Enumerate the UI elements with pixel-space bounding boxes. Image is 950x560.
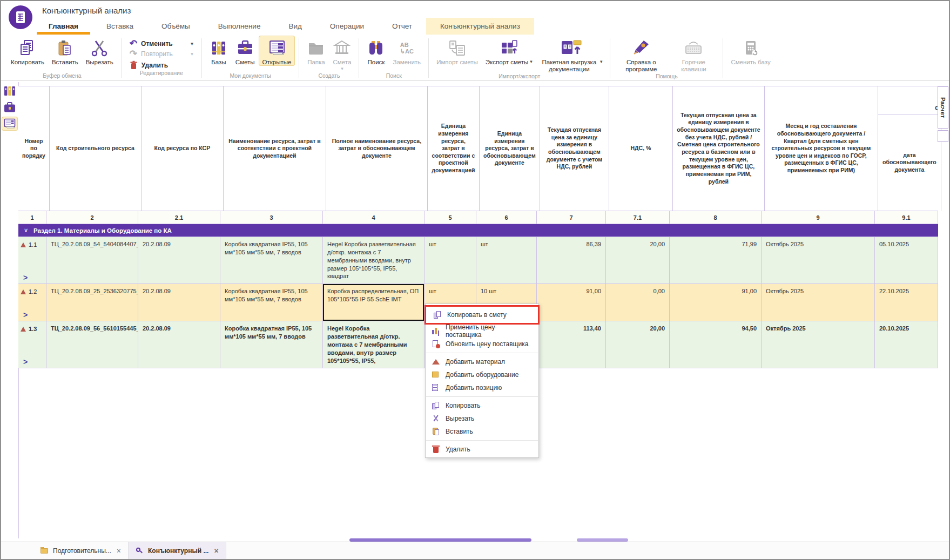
menu-item[interactable]: Добавить оборудование [426,368,538,381]
search-button[interactable]: Поиск [363,36,389,66]
row-number-cell[interactable]: 1.3> [18,321,46,368]
chevron-down-icon[interactable]: ▾ [600,59,603,64]
export-button[interactable]: Экспорт сметы ▾ [482,36,536,66]
document-tab[interactable]: Подготовительны...× [33,542,129,559]
delete-button[interactable]: Удалить [130,60,193,70]
cell[interactable]: Hegel Коробка разветвительная д/откр. мо… [323,237,425,284]
cell[interactable]: 20.2.08.09 [138,321,220,368]
cell[interactable]: 20.10.2025 [875,321,938,368]
menu-item[interactable]: Вырезать [426,412,538,425]
column-header[interactable]: Текущая отпускная цена за единицу измере… [540,86,609,211]
menu-item[interactable]: Копировать в смету [425,305,540,325]
cell[interactable]: ТЦ_20.2.08.09_25_2536320775_22.10.2025_0… [46,284,138,321]
opened-button[interactable]: Открытые [259,36,295,66]
menu-item[interactable]: Вставить [426,425,538,438]
column-header[interactable]: Полное наименование ресурса, затрат в об… [326,86,428,211]
column-header[interactable]: Одата обосновывающего документа [878,86,941,211]
close-icon[interactable]: × [117,546,121,555]
side-tab-stub[interactable] [938,130,948,142]
paste-button[interactable]: Вставить [48,36,82,66]
bases-button[interactable]: Базы [206,36,232,66]
ribbon-tab[interactable]: Отчет [378,18,426,35]
menu-item[interactable]: Добавить материал [426,355,538,368]
cell[interactable]: 86,39 [537,237,606,284]
ribbon-tab[interactable]: Объёмы [147,18,204,35]
expand-chevron-icon[interactable]: > [23,312,28,318]
cell[interactable]: 20.2.08.09 [138,284,220,321]
cell[interactable]: 22.10.2025 [875,284,938,321]
chevron-down-icon[interactable]: ▾ [191,41,193,46]
ribbon-tab[interactable]: Вид [274,18,315,35]
cell[interactable]: 71,99 [670,237,762,284]
about-button[interactable]: Справка о программе [614,36,668,73]
cell[interactable]: Коробка квадратная IP55, 105 мм*105 мм*5… [220,321,323,368]
cell[interactable]: 113,40 [537,321,606,368]
hotkeys-button[interactable]: Горячие клавиши [668,36,719,73]
batch-export-button[interactable]: Пакетная выгрузка документации ▾ [536,36,607,73]
cell[interactable]: ТЦ_20.2.08.09_56_5610155445_20.10.2025_0… [46,321,138,368]
section-row[interactable]: ∨ Раздел 1. Материалы и Оборудование по … [18,224,938,237]
expand-chevron-icon[interactable]: > [23,274,28,281]
collapse-chevron-icon[interactable]: ∨ [24,227,28,234]
column-header[interactable]: Код ресурса по КСР [142,86,224,211]
document-tab[interactable]: Конъюнктурный ...× [129,542,226,559]
cell[interactable]: Коробка квадратная IP55, 105 мм*105 мм*5… [220,237,323,284]
smeta-create-button[interactable]: Смета ▾ [329,36,355,71]
close-icon[interactable]: × [214,546,218,555]
undo-button[interactable]: ↶ Отменить ▾ [130,40,193,48]
change-base-button[interactable]: Сменить базу [727,36,774,66]
cell[interactable]: 91,00 [670,284,762,321]
menu-item[interactable]: Добавить позицию [426,381,538,394]
strip-opened-button[interactable] [2,117,17,130]
cell[interactable]: Коробка квадратная IP55, 105 мм*105 мм*5… [220,284,323,321]
cell[interactable]: ТЦ_20.2.08.09_54_5404084407_05.10.2025_0… [46,237,138,284]
column-header[interactable]: Текущая отпускная цена за единицу измере… [673,86,765,211]
ribbon-tab[interactable]: Вставка [92,18,147,35]
cell[interactable]: 20,00 [606,321,670,368]
copy-button[interactable]: Копировать [7,36,48,66]
menu-item[interactable]: Применить цену поставщика [426,325,538,338]
menu-item[interactable]: Обновить цену поставщика [426,338,538,350]
row-number-cell[interactable]: 1.1> [18,237,46,284]
cell[interactable]: 91,00 [537,284,606,321]
replace-button[interactable]: AB↳AC Заменить [389,36,425,66]
table-row[interactable]: 1.1>ТЦ_20.2.08.09_54_5404084407_05.10.20… [18,237,938,284]
column-header[interactable]: Наименование ресурса, затрат в соответст… [224,86,326,211]
cell[interactable]: 05.10.2025 [875,237,938,284]
cell[interactable]: 20.2.08.09 [138,237,220,284]
strip-smety-button[interactable] [2,101,17,114]
column-header[interactable]: Единица измерения ресурса, затрат в соот… [428,86,480,211]
row-number-cell[interactable]: 1.2> [18,284,46,321]
menu-item[interactable]: Копировать [426,399,538,412]
chevron-down-icon[interactable]: ▾ [341,66,343,71]
column-header[interactable]: Единица измерения ресурса, затрат в обос… [480,86,540,211]
cell[interactable]: 0,00 [606,284,670,321]
cell[interactable]: 94,50 [670,321,762,368]
cell[interactable]: Коробка распределительная, ОП 105*105*55… [323,284,425,321]
cell[interactable]: 20,00 [606,237,670,284]
chevron-down-icon[interactable]: ▾ [191,51,193,57]
column-header[interactable]: Код строительного ресурса [50,86,142,211]
expand-chevron-icon[interactable]: > [23,359,28,365]
chevron-down-icon[interactable]: ▾ [530,59,533,64]
cell[interactable]: шт [476,237,537,284]
cell[interactable]: Октябрь 2025 [762,321,875,368]
cell[interactable]: Октябрь 2025 [762,237,875,284]
redo-button[interactable]: ↷ Повторить ▾ [130,50,193,58]
ribbon-tab[interactable]: Выполнение [204,18,275,35]
smety-button[interactable]: Сметы [232,36,259,66]
cell[interactable]: Октябрь 2025 [762,284,875,321]
column-header[interactable]: Номер по порядку [18,86,50,211]
folder-button[interactable]: Папка ▾ [303,36,329,71]
strip-bases-button[interactable] [2,85,17,98]
ribbon-tab[interactable]: Конъюнктурный анализ [426,18,534,35]
cut-button[interactable]: Вырезать [82,36,117,66]
column-header[interactable]: НДС, % [609,86,673,211]
calc-side-tab[interactable]: Расчет [938,86,948,129]
menu-item[interactable]: Удалить [426,443,538,456]
column-header[interactable]: Месяц и год составления обосновывающего … [765,86,878,211]
cell[interactable]: Hegel Коробка разветвительная д/откр. мо… [323,321,425,368]
ribbon-tab[interactable]: Операции [316,18,378,35]
cell[interactable]: шт [425,237,476,284]
ribbon-tab[interactable]: Главная [35,18,92,35]
